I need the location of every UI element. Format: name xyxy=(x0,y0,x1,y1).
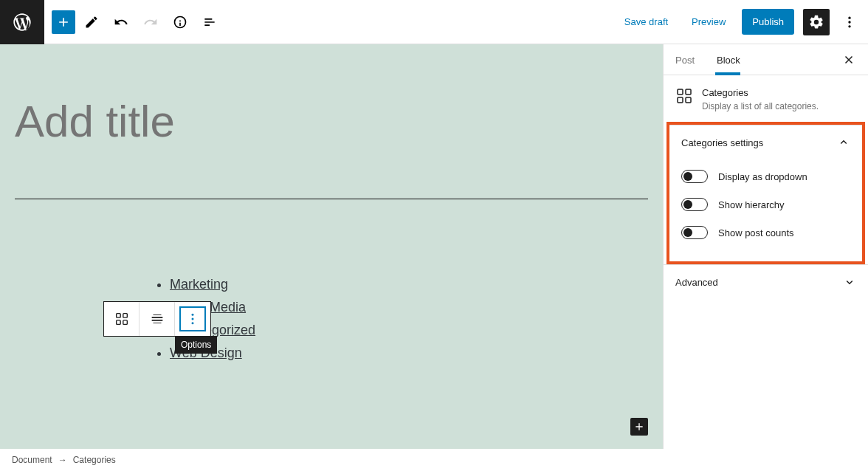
close-icon xyxy=(842,53,855,66)
toggle-switch[interactable] xyxy=(681,170,708,183)
category-item[interactable]: Uncategorized xyxy=(170,323,648,338)
block-name: Categories xyxy=(702,87,819,98)
panel-toggle-settings[interactable]: Categories settings xyxy=(669,126,862,159)
info-button[interactable] xyxy=(167,9,193,35)
top-toolbar: Save draft Preview Publish xyxy=(0,0,868,44)
more-options-button[interactable] xyxy=(838,9,861,35)
svg-rect-5 xyxy=(116,320,120,325)
undo-button[interactable] xyxy=(108,9,134,35)
svg-rect-6 xyxy=(123,320,127,325)
gear-icon xyxy=(808,14,824,30)
sidebar-tabs: Post Block xyxy=(664,44,868,75)
toggle-switch[interactable] xyxy=(681,226,708,239)
redo-icon xyxy=(143,15,158,30)
toggle-label: Display as dropdown xyxy=(718,171,807,182)
svg-rect-10 xyxy=(678,89,683,94)
post-title-input[interactable] xyxy=(15,96,648,147)
breadcrumb: Document → Categories xyxy=(0,449,663,471)
block-more-button[interactable]: Options xyxy=(175,302,210,336)
toggle-hierarchy[interactable]: Show hierarchy xyxy=(681,190,850,219)
block-info-header: Categories Display a list of all categor… xyxy=(664,75,868,123)
align-button[interactable] xyxy=(140,302,175,336)
toolbar-right-group: Save draft Preview Publish xyxy=(617,9,868,35)
save-draft-button[interactable]: Save draft xyxy=(617,10,675,33)
categories-block[interactable]: Marketing Social Media Uncategorized Web… xyxy=(15,229,648,361)
category-item[interactable]: Marketing xyxy=(170,277,648,292)
main-area: Options Marketing Social Media Uncategor… xyxy=(0,44,868,449)
categories-settings-panel: Categories settings Display as dropdown … xyxy=(669,125,862,258)
settings-sidebar: Post Block Categories Display a list of … xyxy=(663,44,868,449)
toggle-dropdown[interactable]: Display as dropdown xyxy=(681,162,850,190)
advanced-panel: Advanced xyxy=(664,264,868,299)
svg-rect-12 xyxy=(678,97,683,103)
pencil-icon xyxy=(84,15,99,30)
editor-canvas[interactable]: Options Marketing Social Media Uncategor… xyxy=(0,44,663,449)
add-block-button[interactable] xyxy=(52,10,75,34)
svg-point-2 xyxy=(848,25,850,27)
tab-post[interactable]: Post xyxy=(675,44,702,75)
block-type-button[interactable] xyxy=(104,302,140,336)
more-vertical-icon xyxy=(842,15,857,30)
chevron-up-icon xyxy=(837,136,850,149)
more-vertical-icon xyxy=(185,312,200,326)
svg-point-9 xyxy=(192,322,194,324)
categories-icon xyxy=(114,311,130,327)
svg-point-0 xyxy=(848,16,850,18)
toggle-label: Show hierarchy xyxy=(718,199,785,210)
redo-button[interactable] xyxy=(137,9,164,35)
breadcrumb-current[interactable]: Categories xyxy=(73,455,116,465)
breadcrumb-separator: → xyxy=(58,455,67,465)
plus-icon xyxy=(56,15,71,30)
panel-toggle-advanced[interactable]: Advanced xyxy=(664,265,868,299)
plus-icon xyxy=(633,421,645,433)
categories-icon xyxy=(675,87,693,105)
toggle-label: Show post counts xyxy=(718,227,794,238)
svg-rect-11 xyxy=(686,89,691,94)
publish-button[interactable]: Publish xyxy=(742,9,794,35)
toolbar-left-group xyxy=(44,9,230,35)
append-block-button[interactable] xyxy=(630,418,648,436)
align-none-icon xyxy=(149,311,165,327)
wordpress-logo[interactable] xyxy=(0,0,44,44)
settings-button[interactable] xyxy=(803,9,830,35)
separator-block[interactable] xyxy=(15,199,648,199)
toggle-switch[interactable] xyxy=(681,198,708,211)
preview-button[interactable]: Preview xyxy=(684,10,733,33)
category-item[interactable]: Social Media xyxy=(170,300,648,315)
chevron-down-icon xyxy=(843,275,856,289)
highlight-annotation: Categories settings Display as dropdown … xyxy=(666,122,865,264)
svg-point-7 xyxy=(192,314,194,316)
svg-rect-4 xyxy=(123,314,127,318)
close-sidebar-button[interactable] xyxy=(836,47,862,73)
outline-button[interactable] xyxy=(196,9,223,35)
wordpress-icon xyxy=(12,12,32,32)
svg-rect-13 xyxy=(686,97,691,103)
options-tooltip: Options xyxy=(175,336,217,354)
tab-block[interactable]: Block xyxy=(717,44,748,75)
svg-point-1 xyxy=(848,21,850,23)
svg-point-8 xyxy=(192,318,194,320)
toggle-counts[interactable]: Show post counts xyxy=(681,219,850,247)
undo-icon xyxy=(114,15,128,30)
block-toolbar: Options xyxy=(103,301,211,337)
svg-rect-3 xyxy=(116,314,120,318)
edit-mode-button[interactable] xyxy=(78,9,105,35)
list-view-icon xyxy=(202,15,217,30)
info-icon xyxy=(173,15,187,30)
breadcrumb-root[interactable]: Document xyxy=(12,455,52,465)
block-description: Display a list of all categories. xyxy=(702,101,819,111)
category-item[interactable]: Web Design xyxy=(170,345,648,361)
